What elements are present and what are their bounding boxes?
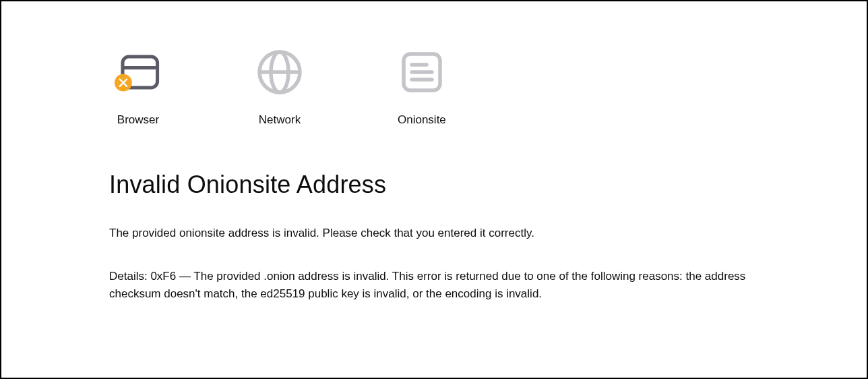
error-details: Details: 0xF6 — The provided .onion addr… bbox=[109, 268, 749, 303]
onionsite-icon bbox=[398, 49, 445, 96]
onionsite-icon-label: Onionsite bbox=[398, 113, 446, 127]
onionsite-status-item: Onionsite bbox=[398, 49, 446, 127]
error-title: Invalid Onionsite Address bbox=[109, 171, 759, 199]
error-message: The provided onionsite address is invali… bbox=[109, 225, 759, 242]
status-icon-row: Browser Network Onionsite bbox=[109, 49, 759, 127]
network-icon-label: Network bbox=[259, 113, 301, 127]
network-status-item: Network bbox=[256, 49, 303, 127]
browser-icon-label: Browser bbox=[117, 113, 159, 127]
browser-icon bbox=[115, 49, 162, 96]
network-icon bbox=[256, 49, 303, 96]
browser-status-item: Browser bbox=[115, 49, 162, 127]
